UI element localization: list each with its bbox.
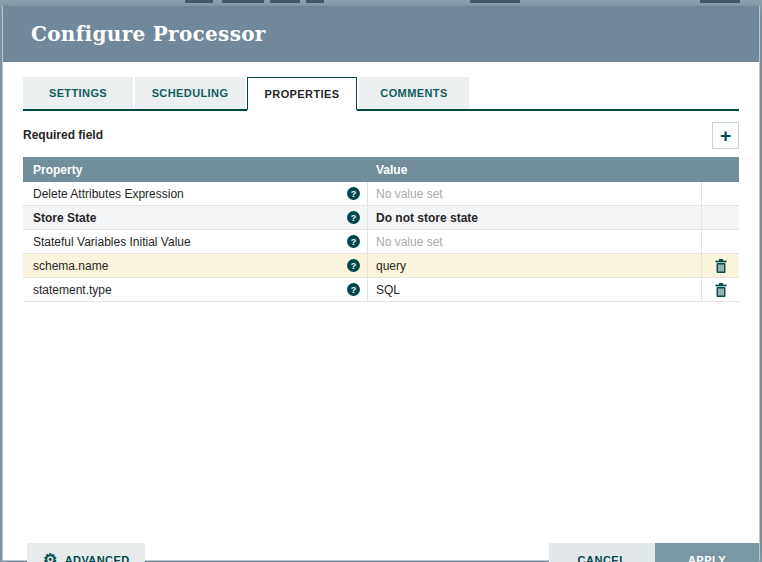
delete-cell (702, 254, 739, 277)
property-name: schema.name (33, 259, 108, 273)
table-row: Store State ? Do not store state (23, 206, 739, 230)
help-icon[interactable]: ? (347, 235, 360, 248)
value-cell[interactable]: Do not store state (368, 206, 702, 229)
gear-icon: ⚙ (43, 552, 58, 562)
property-value: Do not store state (376, 211, 478, 225)
add-property-button[interactable]: + (712, 122, 739, 149)
table-row: schema.name ? query (23, 254, 739, 278)
property-cell: Stateful Variables Initial Value ? (23, 230, 368, 253)
value-cell[interactable]: query (368, 254, 702, 277)
property-value: SQL (376, 283, 400, 297)
background-artifact (185, 0, 213, 3)
help-icon[interactable]: ? (347, 259, 360, 272)
plus-icon: + (720, 126, 731, 145)
properties-table-header: Property Value (23, 157, 739, 182)
configure-processor-dialog: Configure Processor SETTINGS SCHEDULING … (2, 6, 760, 561)
table-row: Stateful Variables Initial Value ? No va… (23, 230, 739, 254)
table-row: statement.type ? SQL (23, 278, 739, 302)
table-toolbar: Required field + (23, 121, 739, 149)
property-name: Stateful Variables Initial Value (33, 235, 191, 249)
property-cell: Store State ? (23, 206, 368, 229)
property-name: Store State (33, 211, 96, 225)
background-artifact (222, 0, 264, 3)
background-artifact (700, 0, 740, 3)
value-cell[interactable]: SQL (368, 278, 702, 301)
property-value: No value set (376, 187, 443, 201)
dialog-body: SETTINGS SCHEDULING PROPERTIES COMMENTS … (3, 77, 759, 562)
tab-bar: SETTINGS SCHEDULING PROPERTIES COMMENTS (23, 77, 739, 111)
trash-icon[interactable] (715, 259, 727, 273)
trash-icon[interactable] (715, 283, 727, 297)
property-cell: Delete Attributes Expression ? (23, 182, 368, 205)
dialog-header: Configure Processor (3, 6, 759, 62)
column-header-value: Value (368, 163, 739, 177)
help-icon[interactable]: ? (347, 187, 360, 200)
property-cell: schema.name ? (23, 254, 368, 277)
properties-table: Property Value Delete Attributes Express… (23, 157, 739, 302)
advanced-button[interactable]: ⚙ ADVANCED (27, 543, 145, 562)
property-value: query (376, 259, 406, 273)
value-cell[interactable]: No value set (368, 230, 702, 253)
tab-properties[interactable]: PROPERTIES (247, 77, 357, 111)
background-artifact (306, 0, 324, 3)
property-cell: statement.type ? (23, 278, 368, 301)
tab-comments[interactable]: COMMENTS (359, 77, 469, 109)
tab-settings[interactable]: SETTINGS (23, 77, 133, 109)
advanced-button-label: ADVANCED (65, 554, 130, 562)
delete-cell (702, 230, 739, 253)
delete-cell (702, 278, 739, 301)
background-artifact (270, 0, 300, 3)
value-cell[interactable]: No value set (368, 182, 702, 205)
delete-cell (702, 206, 739, 229)
properties-table-body: Delete Attributes Expression ? No value … (23, 182, 739, 302)
apply-button[interactable]: APPLY (655, 543, 759, 562)
property-value: No value set (376, 235, 443, 249)
property-name: statement.type (33, 283, 112, 297)
required-field-label: Required field (23, 128, 103, 142)
help-icon[interactable]: ? (347, 211, 360, 224)
help-icon[interactable]: ? (347, 283, 360, 296)
cancel-button[interactable]: CANCEL (549, 543, 655, 562)
tab-scheduling[interactable]: SCHEDULING (135, 77, 245, 109)
dialog-title: Configure Processor (31, 22, 266, 46)
column-header-property: Property (23, 163, 368, 177)
table-row: Delete Attributes Expression ? No value … (23, 182, 739, 206)
property-name: Delete Attributes Expression (33, 187, 184, 201)
background-artifact (470, 0, 520, 3)
dialog-actions: CANCEL APPLY (549, 543, 759, 562)
delete-cell (702, 182, 739, 205)
